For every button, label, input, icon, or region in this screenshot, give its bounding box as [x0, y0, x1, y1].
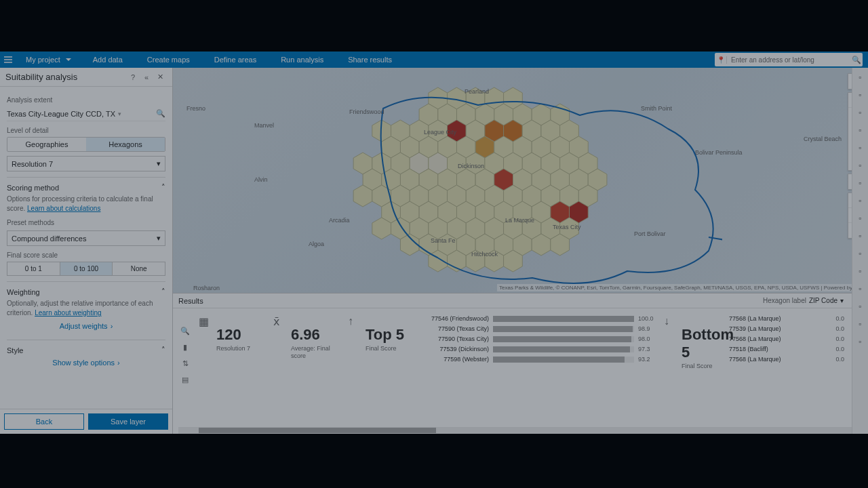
tab-share-results[interactable]: Share results	[336, 52, 404, 68]
search-icon[interactable]: 🔍	[850, 56, 863, 64]
map-place-label: Santa Fe	[431, 237, 456, 244]
scale-option[interactable]: 0 to 100	[60, 262, 113, 275]
table-icon[interactable]: ▫	[855, 195, 866, 206]
style-header[interactable]: Style˄	[7, 346, 165, 354]
map-place-label: Smith Point	[641, 105, 672, 112]
extent-label: Analysis extent	[7, 96, 165, 104]
learn-calculations-link[interactable]: Learn about calculations	[27, 205, 100, 212]
map-place-label: Dickinson	[458, 163, 484, 169]
top5-row: 77590 (Texas City)98.0	[427, 336, 657, 342]
map-place-label: Fresno	[186, 105, 205, 112]
preset-dropdown[interactable]: Compound differences▾	[7, 230, 165, 246]
view-chart-icon[interactable]: ▮	[180, 342, 190, 352]
chevron-down-icon: ▾	[157, 234, 161, 243]
tab-create-maps[interactable]: Create maps	[135, 52, 202, 68]
bottom5-row: 77518 (Bacliff)0.0	[729, 346, 844, 352]
chevron-up-icon: ˄	[161, 183, 165, 192]
down-arrow-icon: ↓	[664, 315, 676, 327]
map-place-label: Arcadia	[329, 217, 350, 224]
top5-row: 77546 (Friendswood)100.0	[427, 315, 657, 322]
menu-button[interactable]	[0, 52, 16, 68]
bottom5-sub: Final Score	[682, 363, 718, 370]
search-extent-icon[interactable]: 🔍	[156, 109, 165, 118]
map-attribution: Texas Parks & Wildlife, © CONANP, Esri, …	[497, 284, 865, 291]
geographies-option[interactable]: Geographies	[7, 138, 86, 151]
extent-value-row[interactable]: Texas City-League City CCD, TX ▾ 🔍	[7, 106, 165, 121]
scale-option[interactable]: None	[113, 262, 165, 275]
chevron-up-icon: ˄	[161, 287, 165, 296]
bookmark-icon[interactable]: ▫	[855, 142, 866, 153]
grid-icon: ▦	[199, 315, 211, 327]
scale-toggle[interactable]: 0 to 10 to 100None	[7, 262, 165, 276]
map-place-label: Algoa	[309, 241, 324, 247]
collapse-icon[interactable]: «	[140, 70, 153, 84]
filter-icon[interactable]: ▫	[855, 125, 866, 136]
view-table-icon[interactable]: ▤	[180, 375, 190, 384]
chart-icon[interactable]: ▫	[855, 178, 866, 188]
top5-row: 77598 (Webster)93.2	[427, 356, 657, 363]
map-canvas[interactable]: PearlandFriendswoodLeague CityDickinsonT…	[173, 68, 868, 293]
project-dropdown[interactable]: My project	[16, 56, 81, 64]
map-place-label: Bolivar Peninsula	[695, 149, 743, 156]
print-icon[interactable]: ▫	[855, 266, 866, 277]
summary-card: ↑Top 5Final Score	[347, 314, 421, 424]
view-search-icon[interactable]: 🔍	[180, 326, 190, 336]
search-input[interactable]	[727, 56, 850, 64]
weighting-header[interactable]: Weighting˄	[7, 287, 165, 296]
summary-card: ▦120Resolution 7	[197, 314, 272, 424]
hexagons-option[interactable]: Hexagons	[86, 138, 165, 151]
list-icon[interactable]: ▫	[855, 160, 866, 171]
map-place-label: Manvel	[254, 122, 274, 129]
hex-label-dropdown[interactable]: ZIP Code▾	[809, 297, 844, 304]
layers-icon[interactable]: ▫	[855, 72, 866, 83]
show-style-options-button[interactable]: Show style options›	[7, 354, 165, 371]
feedback-icon[interactable]: ▫	[855, 336, 866, 347]
avg-icon: x̄	[273, 315, 285, 327]
back-button[interactable]: Back	[4, 413, 84, 430]
map-place-label: Port Bolivar	[634, 230, 666, 237]
info-icon[interactable]: ▫	[855, 230, 866, 241]
settings-icon[interactable]: ▫	[855, 213, 866, 224]
bottom5-row: 77568 (La Marque)0.0	[729, 336, 844, 342]
legend-icon[interactable]: ▫	[855, 89, 866, 100]
bottom5-row: 77568 (La Marque)0.0	[729, 315, 844, 322]
resolution-dropdown[interactable]: Resolution 7▾	[7, 156, 165, 171]
learn-weighting-link[interactable]: Learn about weighting	[35, 309, 101, 317]
adjust-weights-button[interactable]: Adjust weights›	[7, 318, 165, 334]
bottom5-row: 77539 (La Marque)0.0	[729, 325, 844, 332]
map-place-label: La Marque	[505, 217, 534, 224]
chevron-down-icon: ▾	[157, 159, 161, 168]
results-scrollbar[interactable]	[178, 427, 863, 434]
view-sort-icon[interactable]: ⇅	[180, 359, 190, 368]
weighting-desc: Optionally, adjust the relative importan…	[7, 299, 165, 318]
more-icon[interactable]: ▫	[855, 301, 866, 312]
map-place-label: League City	[424, 129, 456, 136]
tab-define-areas[interactable]: Define areas	[202, 52, 269, 68]
address-search[interactable]: 📍 🔍	[715, 53, 863, 66]
map-place-label: Alvin	[254, 176, 268, 183]
close-icon[interactable]: ✕	[153, 70, 167, 84]
tab-add-data[interactable]: Add data	[81, 52, 135, 68]
top5-row: 77590 (Texas City)98.9	[427, 325, 657, 332]
map-place-label: Pearland	[465, 88, 489, 95]
tab-run-analysis[interactable]: Run analysis	[269, 52, 336, 68]
scoring-header[interactable]: Scoring method˄	[7, 183, 165, 192]
save-layer-button[interactable]: Save layer	[88, 413, 168, 430]
map-place-label: Crystal Beach	[804, 136, 842, 142]
share-icon[interactable]: ▫	[855, 283, 866, 294]
extent-value: Texas City-League City CCD, TX	[7, 110, 115, 118]
lod-toggle[interactable]: Geographies Hexagons	[7, 137, 165, 152]
export-icon[interactable]: ▫	[855, 248, 866, 259]
bottom5-row: 77568 (La Marque)0.0	[729, 356, 844, 363]
help-icon[interactable]: ▫	[855, 319, 866, 329]
help-icon[interactable]: ?	[126, 70, 140, 84]
map-place-label: Friendswood	[349, 108, 384, 115]
lod-label: Level of detail	[7, 127, 165, 134]
hexagon-layer	[342, 81, 722, 293]
measure-icon[interactable]: ▫	[855, 107, 866, 118]
panel-title: Suitability analysis	[5, 72, 77, 82]
scale-option[interactable]: 0 to 1	[7, 262, 60, 275]
top5-row: 77539 (Dickinson)97.3	[427, 346, 657, 352]
chevron-up-icon: ˄	[161, 346, 165, 354]
summary-card: x̄6.96Average: Final score	[272, 314, 347, 424]
